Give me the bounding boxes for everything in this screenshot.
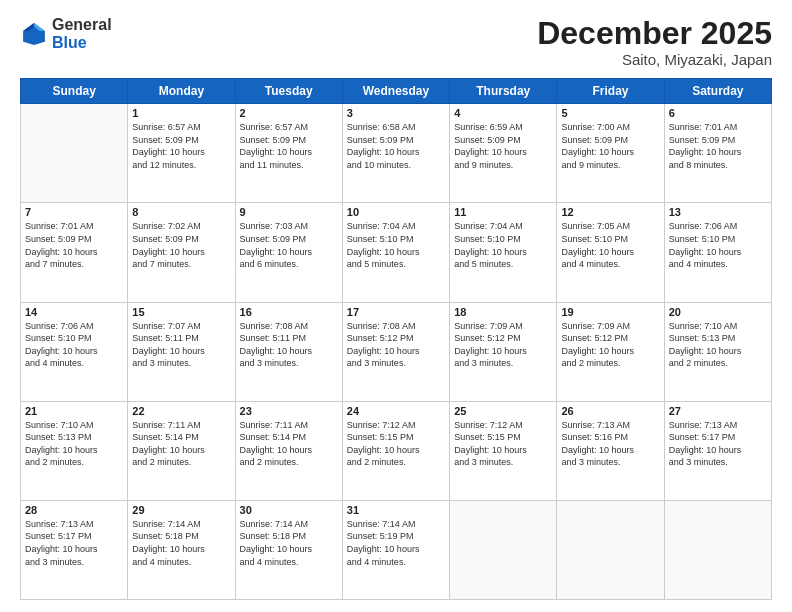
- week-row-4: 28Sunrise: 7:13 AM Sunset: 5:17 PM Dayli…: [21, 500, 772, 599]
- calendar-cell: 24Sunrise: 7:12 AM Sunset: 5:15 PM Dayli…: [342, 401, 449, 500]
- calendar-cell: 3Sunrise: 6:58 AM Sunset: 5:09 PM Daylig…: [342, 104, 449, 203]
- calendar-cell: 25Sunrise: 7:12 AM Sunset: 5:15 PM Dayli…: [450, 401, 557, 500]
- calendar-cell: 11Sunrise: 7:04 AM Sunset: 5:10 PM Dayli…: [450, 203, 557, 302]
- day-info: Sunrise: 6:57 AM Sunset: 5:09 PM Dayligh…: [132, 121, 230, 171]
- day-info: Sunrise: 7:14 AM Sunset: 5:19 PM Dayligh…: [347, 518, 445, 568]
- week-row-2: 14Sunrise: 7:06 AM Sunset: 5:10 PM Dayli…: [21, 302, 772, 401]
- location-title: Saito, Miyazaki, Japan: [537, 51, 772, 68]
- day-number: 4: [454, 107, 552, 119]
- day-info: Sunrise: 7:14 AM Sunset: 5:18 PM Dayligh…: [240, 518, 338, 568]
- week-row-3: 21Sunrise: 7:10 AM Sunset: 5:13 PM Dayli…: [21, 401, 772, 500]
- day-info: Sunrise: 7:05 AM Sunset: 5:10 PM Dayligh…: [561, 220, 659, 270]
- calendar-cell: 8Sunrise: 7:02 AM Sunset: 5:09 PM Daylig…: [128, 203, 235, 302]
- day-header-tuesday: Tuesday: [235, 79, 342, 104]
- day-info: Sunrise: 7:14 AM Sunset: 5:18 PM Dayligh…: [132, 518, 230, 568]
- calendar-cell: 21Sunrise: 7:10 AM Sunset: 5:13 PM Dayli…: [21, 401, 128, 500]
- day-info: Sunrise: 7:09 AM Sunset: 5:12 PM Dayligh…: [454, 320, 552, 370]
- calendar-cell: 31Sunrise: 7:14 AM Sunset: 5:19 PM Dayli…: [342, 500, 449, 599]
- calendar-cell: 15Sunrise: 7:07 AM Sunset: 5:11 PM Dayli…: [128, 302, 235, 401]
- title-block: December 2025 Saito, Miyazaki, Japan: [537, 16, 772, 68]
- day-number: 17: [347, 306, 445, 318]
- calendar-cell: 9Sunrise: 7:03 AM Sunset: 5:09 PM Daylig…: [235, 203, 342, 302]
- calendar-table: SundayMondayTuesdayWednesdayThursdayFrid…: [20, 78, 772, 600]
- day-info: Sunrise: 7:12 AM Sunset: 5:15 PM Dayligh…: [454, 419, 552, 469]
- day-number: 6: [669, 107, 767, 119]
- calendar-cell: 26Sunrise: 7:13 AM Sunset: 5:16 PM Dayli…: [557, 401, 664, 500]
- day-info: Sunrise: 7:09 AM Sunset: 5:12 PM Dayligh…: [561, 320, 659, 370]
- day-info: Sunrise: 7:10 AM Sunset: 5:13 PM Dayligh…: [669, 320, 767, 370]
- day-number: 23: [240, 405, 338, 417]
- calendar-cell: 14Sunrise: 7:06 AM Sunset: 5:10 PM Dayli…: [21, 302, 128, 401]
- calendar-cell: 23Sunrise: 7:11 AM Sunset: 5:14 PM Dayli…: [235, 401, 342, 500]
- calendar-cell: 4Sunrise: 6:59 AM Sunset: 5:09 PM Daylig…: [450, 104, 557, 203]
- header: General Blue December 2025 Saito, Miyaza…: [20, 16, 772, 68]
- week-row-0: 1Sunrise: 6:57 AM Sunset: 5:09 PM Daylig…: [21, 104, 772, 203]
- day-info: Sunrise: 7:10 AM Sunset: 5:13 PM Dayligh…: [25, 419, 123, 469]
- day-number: 18: [454, 306, 552, 318]
- day-number: 3: [347, 107, 445, 119]
- day-info: Sunrise: 7:02 AM Sunset: 5:09 PM Dayligh…: [132, 220, 230, 270]
- day-number: 30: [240, 504, 338, 516]
- day-number: 28: [25, 504, 123, 516]
- day-info: Sunrise: 7:13 AM Sunset: 5:17 PM Dayligh…: [669, 419, 767, 469]
- day-info: Sunrise: 7:07 AM Sunset: 5:11 PM Dayligh…: [132, 320, 230, 370]
- logo: General Blue: [20, 16, 112, 51]
- day-info: Sunrise: 7:12 AM Sunset: 5:15 PM Dayligh…: [347, 419, 445, 469]
- day-number: 22: [132, 405, 230, 417]
- day-number: 27: [669, 405, 767, 417]
- calendar-cell: [450, 500, 557, 599]
- day-number: 12: [561, 206, 659, 218]
- calendar-cell: 13Sunrise: 7:06 AM Sunset: 5:10 PM Dayli…: [664, 203, 771, 302]
- day-info: Sunrise: 6:59 AM Sunset: 5:09 PM Dayligh…: [454, 121, 552, 171]
- day-number: 16: [240, 306, 338, 318]
- day-header-monday: Monday: [128, 79, 235, 104]
- day-number: 20: [669, 306, 767, 318]
- day-info: Sunrise: 7:13 AM Sunset: 5:17 PM Dayligh…: [25, 518, 123, 568]
- day-info: Sunrise: 7:03 AM Sunset: 5:09 PM Dayligh…: [240, 220, 338, 270]
- calendar-cell: 27Sunrise: 7:13 AM Sunset: 5:17 PM Dayli…: [664, 401, 771, 500]
- day-header-friday: Friday: [557, 79, 664, 104]
- day-number: 14: [25, 306, 123, 318]
- calendar-body: 1Sunrise: 6:57 AM Sunset: 5:09 PM Daylig…: [21, 104, 772, 600]
- day-number: 19: [561, 306, 659, 318]
- day-header-wednesday: Wednesday: [342, 79, 449, 104]
- day-number: 2: [240, 107, 338, 119]
- day-info: Sunrise: 7:04 AM Sunset: 5:10 PM Dayligh…: [454, 220, 552, 270]
- day-number: 26: [561, 405, 659, 417]
- calendar-cell: 17Sunrise: 7:08 AM Sunset: 5:12 PM Dayli…: [342, 302, 449, 401]
- day-header-thursday: Thursday: [450, 79, 557, 104]
- calendar-cell: 18Sunrise: 7:09 AM Sunset: 5:12 PM Dayli…: [450, 302, 557, 401]
- calendar-cell: 29Sunrise: 7:14 AM Sunset: 5:18 PM Dayli…: [128, 500, 235, 599]
- calendar-cell: 28Sunrise: 7:13 AM Sunset: 5:17 PM Dayli…: [21, 500, 128, 599]
- calendar-cell: 16Sunrise: 7:08 AM Sunset: 5:11 PM Dayli…: [235, 302, 342, 401]
- day-header-saturday: Saturday: [664, 79, 771, 104]
- svg-marker-0: [23, 23, 45, 45]
- day-info: Sunrise: 6:57 AM Sunset: 5:09 PM Dayligh…: [240, 121, 338, 171]
- day-number: 21: [25, 405, 123, 417]
- day-number: 9: [240, 206, 338, 218]
- calendar-header: SundayMondayTuesdayWednesdayThursdayFrid…: [21, 79, 772, 104]
- calendar-cell: 20Sunrise: 7:10 AM Sunset: 5:13 PM Dayli…: [664, 302, 771, 401]
- day-info: Sunrise: 7:04 AM Sunset: 5:10 PM Dayligh…: [347, 220, 445, 270]
- logo-icon: [20, 20, 48, 48]
- calendar-cell: [664, 500, 771, 599]
- day-number: 5: [561, 107, 659, 119]
- week-row-1: 7Sunrise: 7:01 AM Sunset: 5:09 PM Daylig…: [21, 203, 772, 302]
- day-info: Sunrise: 7:00 AM Sunset: 5:09 PM Dayligh…: [561, 121, 659, 171]
- calendar-cell: 12Sunrise: 7:05 AM Sunset: 5:10 PM Dayli…: [557, 203, 664, 302]
- page: General Blue December 2025 Saito, Miyaza…: [0, 0, 792, 612]
- calendar-cell: 1Sunrise: 6:57 AM Sunset: 5:09 PM Daylig…: [128, 104, 235, 203]
- day-info: Sunrise: 7:01 AM Sunset: 5:09 PM Dayligh…: [25, 220, 123, 270]
- day-header-sunday: Sunday: [21, 79, 128, 104]
- day-info: Sunrise: 7:08 AM Sunset: 5:11 PM Dayligh…: [240, 320, 338, 370]
- day-number: 25: [454, 405, 552, 417]
- day-number: 11: [454, 206, 552, 218]
- calendar-cell: 30Sunrise: 7:14 AM Sunset: 5:18 PM Dayli…: [235, 500, 342, 599]
- calendar-cell: 22Sunrise: 7:11 AM Sunset: 5:14 PM Dayli…: [128, 401, 235, 500]
- day-number: 31: [347, 504, 445, 516]
- calendar-cell: 7Sunrise: 7:01 AM Sunset: 5:09 PM Daylig…: [21, 203, 128, 302]
- day-number: 8: [132, 206, 230, 218]
- day-number: 7: [25, 206, 123, 218]
- day-number: 1: [132, 107, 230, 119]
- calendar-cell: [557, 500, 664, 599]
